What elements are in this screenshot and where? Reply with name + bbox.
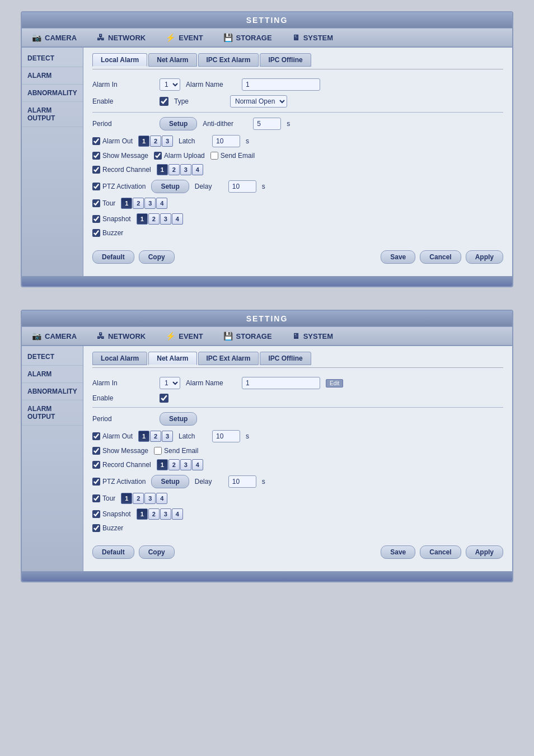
alarm-out-ch3-1[interactable]: 3 [162, 136, 173, 147]
sidebar-alarm-output-1[interactable]: ALARM OUTPUT [22, 102, 83, 127]
show-message-label-2[interactable]: Show Message [92, 447, 148, 455]
delay-input-2[interactable] [228, 475, 256, 488]
buzzer-label-2[interactable]: Buzzer [92, 524, 123, 532]
rec-ch3-2[interactable]: 3 [180, 459, 191, 470]
buzzer-label-1[interactable]: Buzzer [92, 229, 123, 237]
save-btn-2[interactable]: Save [381, 545, 415, 559]
nav-storage-2[interactable]: 💾 STORAGE [213, 327, 282, 345]
alarm-out-cb-2[interactable] [92, 432, 100, 440]
alarm-out-ch2-1[interactable]: 2 [150, 136, 161, 147]
period-setup-btn-2[interactable]: Setup [160, 412, 197, 426]
show-message-cb-2[interactable] [92, 447, 100, 455]
alarm-out-ch1-2[interactable]: 1 [138, 431, 149, 442]
send-email-cb-1[interactable] [210, 152, 218, 160]
send-email-label-2[interactable]: Send Email [154, 447, 198, 455]
tour-label-2[interactable]: Tour [92, 494, 115, 502]
rec-ch4-1[interactable]: 4 [192, 164, 203, 175]
sidebar-detect-1[interactable]: DETECT [22, 50, 83, 67]
ptz-label-1[interactable]: PTZ Activation [92, 183, 146, 190]
delay-input-1[interactable] [228, 180, 256, 193]
ptz-cb-1[interactable] [92, 183, 100, 190]
buzzer-cb-1[interactable] [92, 229, 100, 237]
snap-ch3-2[interactable]: 3 [160, 508, 171, 520]
rec-ch4-2[interactable]: 4 [192, 459, 203, 470]
latch-input-2[interactable] [212, 430, 240, 442]
alarm-upload-cb-1[interactable] [154, 152, 162, 160]
alarm-out-ch1-1[interactable]: 1 [138, 136, 149, 147]
alarm-name-input-1[interactable] [242, 78, 320, 91]
tab-net-alarm-1[interactable]: Net Alarm [148, 53, 196, 67]
tour-ch3-2[interactable]: 3 [144, 493, 156, 504]
tour-ch1-1[interactable]: 1 [121, 198, 132, 209]
anti-dither-input-1[interactable] [253, 118, 281, 130]
copy-btn-2[interactable]: Copy [139, 545, 175, 559]
snapshot-label-1[interactable]: Snapshot [92, 215, 131, 223]
alarm-in-select-2[interactable]: 1 [160, 377, 180, 389]
tour-ch2-2[interactable]: 2 [133, 493, 144, 504]
alarm-out-checkbox-1[interactable] [92, 137, 100, 145]
ptz-cb-2[interactable] [92, 478, 100, 486]
rec-ch2-1[interactable]: 2 [168, 164, 180, 175]
tab-local-alarm-2[interactable]: Local Alarm [92, 352, 147, 365]
period-setup-btn-1[interactable]: Setup [160, 117, 197, 130]
tab-ipc-ext-alarm-1[interactable]: IPC Ext Alarm [198, 53, 259, 67]
sidebar-alarm-1[interactable]: ALARM [22, 67, 83, 85]
snapshot-cb-1[interactable] [92, 215, 100, 223]
show-message-label-1[interactable]: Show Message [92, 152, 148, 160]
rec-ch2-2[interactable]: 2 [168, 459, 180, 470]
alarm-out-ch2-2[interactable]: 2 [150, 431, 161, 442]
rec-ch3-1[interactable]: 3 [180, 164, 191, 175]
alarm-out-ch3-2[interactable]: 3 [162, 431, 173, 442]
send-email-label-1[interactable]: Send Email [210, 152, 255, 160]
enable-checkbox-1[interactable] [160, 97, 168, 106]
save-btn-1[interactable]: Save [381, 250, 415, 264]
nav-system-2[interactable]: 🖥 SYSTEM [282, 327, 343, 345]
enable-checkbox-2[interactable] [160, 394, 168, 403]
sidebar-alarm-output-2[interactable]: ALARM OUTPUT [22, 400, 83, 426]
nav-system-1[interactable]: 🖥 SYSTEM [282, 29, 343, 46]
snap-ch4-2[interactable]: 4 [172, 508, 183, 520]
snap-ch2-1[interactable]: 2 [148, 213, 160, 225]
ptz-setup-btn-1[interactable]: Setup [151, 180, 189, 193]
tab-ipc-offline-2[interactable]: IPC Offline [260, 352, 311, 365]
alarm-out-checkbox-label-2[interactable]: Alarm Out [92, 432, 133, 440]
tour-cb-1[interactable] [92, 199, 100, 207]
alarm-name-edit-btn-2[interactable]: Edit [326, 379, 343, 388]
record-channel-label-2[interactable]: Record Channel [92, 461, 151, 469]
alarm-upload-label-1[interactable]: Alarm Upload [154, 152, 205, 160]
apply-btn-2[interactable]: Apply [466, 545, 503, 559]
tour-ch2-1[interactable]: 2 [133, 198, 144, 209]
alarm-in-select-1[interactable]: 1 [160, 78, 180, 91]
cancel-btn-2[interactable]: Cancel [420, 545, 461, 559]
nav-event-1[interactable]: ⚡ EVENT [156, 29, 213, 46]
apply-btn-1[interactable]: Apply [466, 250, 503, 264]
snap-ch4-1[interactable]: 4 [172, 213, 183, 225]
tour-ch4-2[interactable]: 4 [156, 493, 167, 504]
tour-ch1-2[interactable]: 1 [121, 493, 132, 504]
latch-input-1[interactable] [212, 135, 240, 147]
buzzer-cb-2[interactable] [92, 524, 100, 532]
tour-ch3-1[interactable]: 3 [144, 198, 156, 209]
nav-event-2[interactable]: ⚡ EVENT [156, 327, 213, 345]
ptz-label-2[interactable]: PTZ Activation [92, 478, 146, 486]
nav-camera-1[interactable]: 📷 CAMERA [22, 29, 87, 46]
record-channel-cb-1[interactable] [92, 166, 100, 174]
sidebar-alarm-2[interactable]: ALARM [22, 366, 83, 383]
sidebar-detect-2[interactable]: DETECT [22, 348, 83, 366]
snapshot-label-2[interactable]: Snapshot [92, 510, 131, 518]
record-channel-cb-2[interactable] [92, 461, 100, 469]
nav-network-1[interactable]: 🖧 NETWORK [87, 29, 156, 46]
show-message-cb-1[interactable] [92, 152, 100, 160]
ptz-setup-btn-2[interactable]: Setup [151, 475, 189, 488]
record-channel-label-1[interactable]: Record Channel [92, 166, 151, 174]
sidebar-abnormality-2[interactable]: ABNORMALITY [22, 383, 83, 400]
nav-camera-2[interactable]: 📷 CAMERA [22, 327, 87, 345]
tab-ipc-offline-1[interactable]: IPC Offline [260, 53, 311, 67]
nav-network-2[interactable]: 🖧 NETWORK [87, 327, 156, 345]
tour-ch4-1[interactable]: 4 [156, 198, 167, 209]
type-select-1[interactable]: Normal Open [230, 95, 287, 108]
default-btn-1[interactable]: Default [92, 250, 134, 264]
alarm-name-input-2[interactable] [242, 377, 320, 389]
tab-local-alarm-1[interactable]: Local Alarm [92, 53, 147, 67]
tour-label-1[interactable]: Tour [92, 199, 115, 207]
